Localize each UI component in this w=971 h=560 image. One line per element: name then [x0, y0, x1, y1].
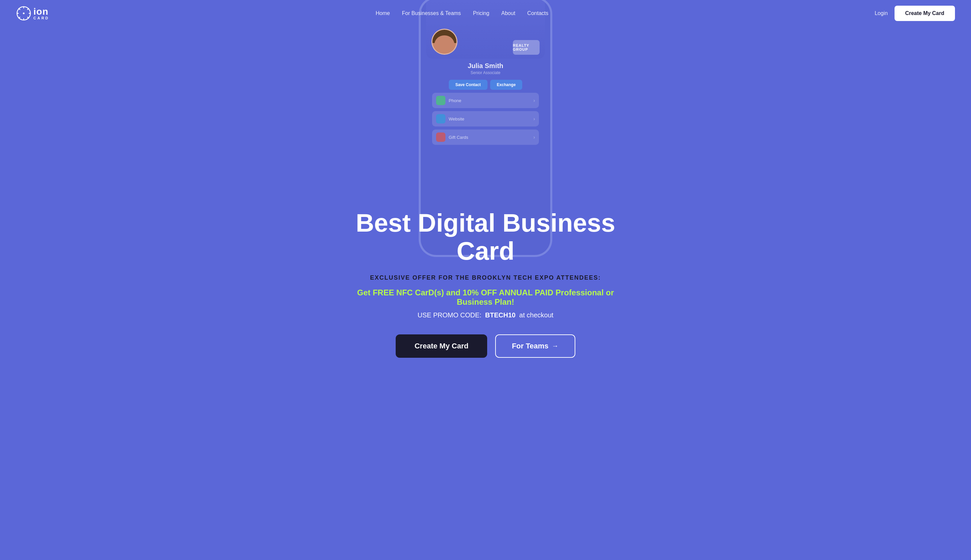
promo-code-value: BTECH10: [485, 312, 516, 319]
nav-link-pricing[interactable]: Pricing: [473, 10, 489, 16]
nav-link-home[interactable]: Home: [375, 10, 390, 16]
for-teams-label: For Teams: [512, 342, 549, 350]
nav-item-about: About: [501, 10, 515, 17]
svg-point-1: [23, 13, 25, 14]
nav-item-contacts: Contacts: [527, 10, 548, 17]
nav-link-contacts[interactable]: Contacts: [527, 10, 548, 16]
logo-ion-text: ion: [33, 7, 49, 17]
logo-card-text: CARD: [33, 17, 49, 20]
nav-link-about[interactable]: About: [501, 10, 515, 16]
main-nav: ion CARD Home For Businesses & Teams Pri…: [0, 0, 971, 27]
for-teams-button[interactable]: For Teams →: [495, 334, 575, 358]
nav-link-businesses[interactable]: For Businesses & Teams: [402, 10, 461, 16]
hero-subtitle: EXCLUSIVE OFFER FOR THE BROOKLYN TECH EX…: [370, 274, 601, 281]
nav-item-home: Home: [375, 10, 390, 17]
hero-section: REALTY GROUP Julia Smith Senior Associat…: [0, 0, 971, 560]
nav-item-pricing: Pricing: [473, 10, 489, 17]
arrow-icon: →: [552, 342, 559, 350]
svg-line-7: [28, 17, 29, 18]
promo-code-suffix: at checkout: [519, 312, 553, 319]
hero-buttons: Create My Card For Teams →: [396, 334, 575, 358]
svg-line-6: [19, 9, 20, 10]
logo-text: ion CARD: [33, 7, 49, 20]
nav-right: Login Create My Card: [874, 6, 955, 21]
create-card-button[interactable]: Create My Card: [396, 334, 487, 358]
promo-code-prefix: USE PROMO CODE:: [418, 312, 482, 319]
svg-line-9: [19, 17, 20, 18]
hero-promo-code-line: USE PROMO CODE: BTECH10 at checkout: [418, 312, 554, 319]
logo-icon: [16, 6, 32, 21]
login-link[interactable]: Login: [874, 10, 888, 17]
nav-create-card-button[interactable]: Create My Card: [894, 6, 955, 21]
hero-promo-text: Get FREE NFC CarD(s) and 10% OFF ANNUAL …: [349, 288, 622, 307]
svg-line-8: [28, 9, 29, 10]
logo-link[interactable]: ion CARD: [16, 6, 49, 21]
nav-links-list: Home For Businesses & Teams Pricing Abou…: [375, 10, 548, 17]
hero-content: Best Digital Business Card EXCLUSIVE OFF…: [0, 27, 971, 560]
nav-item-businesses: For Businesses & Teams: [402, 10, 461, 17]
hero-title: Best Digital Business Card: [335, 209, 636, 265]
